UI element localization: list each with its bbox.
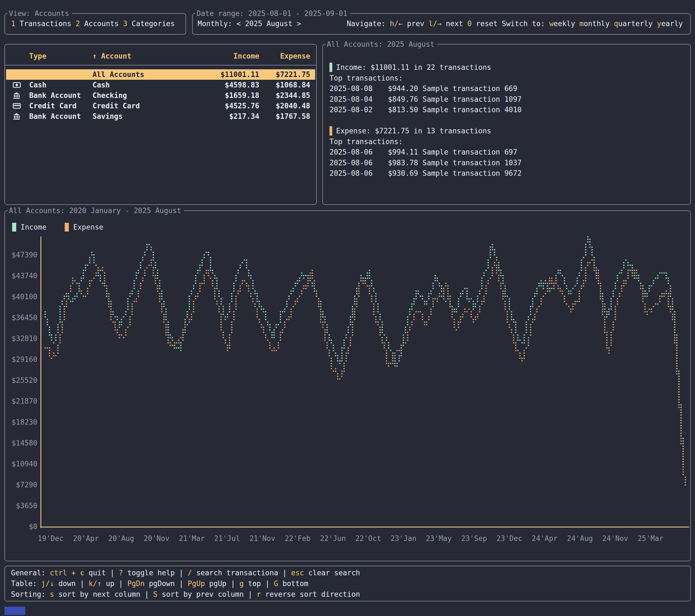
transaction-date: 2025-08-06 [329, 158, 377, 168]
cell-type: Credit Card [29, 101, 92, 111]
date-range-title: Date range: 2025-08-01 - 2025-09-01 [196, 8, 350, 19]
transaction-date: 2025-08-04 [329, 94, 377, 105]
help-text: up | [102, 579, 128, 588]
table-row[interactable]: Credit CardCredit Card$4525.76$2040.48 [6, 101, 315, 111]
x-axis-label: 21'Mar [174, 533, 210, 544]
column-header-income[interactable]: Income [193, 50, 259, 62]
period-selector: Monthly: < 2025 August > [198, 18, 301, 29]
tab-accounts[interactable]: 2 Accounts [76, 19, 123, 28]
tab-label: Transactions [15, 19, 76, 28]
y-axis-label: $29160 [5, 354, 37, 365]
chart-canvas [5, 211, 690, 561]
help-text: sort by prev column | [157, 590, 256, 598]
chart-panel: All Accounts: 2020 January - 2025 August… [4, 210, 691, 561]
help-text: pgUp | [205, 579, 239, 588]
navigate-key: q [614, 19, 618, 28]
navigate-text: uarterly [618, 19, 657, 28]
transaction-row: 2025-08-06$983.78Sample transaction 1037 [329, 158, 690, 168]
help-text: clear search [304, 569, 360, 577]
header-separator [5, 65, 316, 66]
help-key: esc [291, 569, 304, 577]
date-range-box: Date range: 2025-08-01 - 2025-09-01 Mont… [192, 13, 691, 35]
help-text: quit | [84, 569, 119, 577]
help-text: toggle help | [123, 569, 188, 577]
x-axis-label: 24'Apr [527, 533, 563, 544]
legend-income: Income [12, 222, 47, 232]
transaction-desc: Sample transaction 697 [423, 148, 517, 156]
transaction-amount: $944.20 [377, 83, 418, 94]
next-period-button[interactable]: > [297, 19, 301, 28]
x-axis-label: 23'May [421, 533, 457, 544]
column-header-expense[interactable]: Expense [259, 50, 310, 62]
cell-expense: $7221.75 [259, 69, 310, 80]
terminal-screen: View: Accounts 1 Transactions 2 Accounts… [0, 0, 695, 616]
period-mode-label: Monthly: [198, 19, 236, 28]
y-axis-label: $7290 [5, 480, 37, 490]
x-axis-label: 19'Dec [33, 533, 69, 544]
help-key: PgUp [188, 579, 205, 588]
cell-type: Cash [29, 80, 92, 90]
navigate-help: Navigate: h/← prev l/→ next 0 reset Swit… [347, 18, 683, 29]
cell-type: Bank Account [29, 111, 92, 122]
help-text: Sorting: [11, 590, 50, 598]
tab-key: 1 [11, 19, 15, 28]
cell-expense: $1068.84 [259, 80, 310, 90]
cell-expense: $2040.48 [259, 101, 310, 111]
help-key: G [274, 579, 278, 588]
x-axis-label: 23'Jan [386, 533, 421, 544]
help-key: s [50, 590, 54, 598]
summary-title: All Accounts: 2025 August [326, 38, 437, 50]
transaction-date: 2025-08-02 [329, 105, 377, 115]
help-text: bottom [278, 579, 308, 588]
x-axis-label: 22'Jun [315, 533, 351, 544]
navigate-text: eekly [554, 19, 579, 28]
y-axis-label: $21870 [5, 396, 37, 406]
tab-transactions[interactable]: 1 Transactions [11, 19, 76, 28]
tab-categories[interactable]: 3 Categories [123, 19, 175, 28]
help-key: ? [119, 569, 123, 577]
transaction-amount: $813.50 [377, 105, 418, 115]
transaction-amount: $930.69 [377, 168, 418, 179]
prev-period-button[interactable]: < [236, 19, 241, 28]
transaction-amount: $849.76 [377, 94, 418, 105]
transaction-date: 2025-08-06 [329, 147, 377, 158]
y-axis-label: $32810 [5, 333, 37, 344]
table-row[interactable]: All Accounts$11001.11$7221.75 [6, 69, 315, 80]
cell-account: All Accounts [92, 69, 193, 80]
bank-icon [13, 92, 29, 99]
current-period-label: 2025 August [241, 19, 297, 28]
x-axis-label: 24'Nov [597, 533, 633, 544]
top-transactions-label: Top transactions: [329, 138, 403, 146]
help-key: g [239, 579, 244, 588]
help-text: sort by next column | [54, 590, 153, 598]
summary-headline: Income: $11001.11 in 22 transactions [336, 63, 491, 71]
cell-expense: $2344.85 [259, 90, 310, 101]
transaction-desc: Sample transaction 669 [423, 84, 517, 93]
column-header-account[interactable]: ↑ Account [92, 50, 193, 62]
table-row[interactable]: Bank AccountSavings$217.34$1767.58 [6, 111, 315, 122]
help-text: search transactiona | [192, 569, 291, 577]
help-text: reverse sort direction [261, 590, 360, 598]
y-axis-label: $0 [5, 522, 37, 532]
transaction-desc: Sample transaction 4010 [423, 106, 522, 114]
column-header-type[interactable]: Type [29, 50, 92, 62]
expense-marker [329, 126, 332, 136]
accounts-table: Type↑ AccountIncomeExpenseAll Accounts$1… [5, 45, 316, 122]
table-row[interactable]: CashCash$4598.83$1068.84 [6, 80, 315, 90]
y-axis-label: $43740 [5, 270, 37, 281]
top-transactions-label: Top transactions: [329, 74, 403, 82]
help-key: j/↓ [41, 579, 54, 588]
legend-label: Income [21, 222, 47, 232]
cell-income: $217.34 [193, 111, 259, 122]
cell-account: Credit Card [92, 101, 193, 111]
cell-expense: $1767.58 [259, 111, 310, 122]
help-key: / [188, 569, 192, 577]
navigate-text: next [441, 19, 468, 28]
income-swatch [12, 223, 16, 231]
summary-panel: All Accounts: 2025 August Income: $11001… [322, 44, 691, 205]
y-axis-line [40, 236, 41, 528]
navigate-key: m [579, 19, 584, 28]
x-axis-label: 22'Oct [350, 533, 386, 544]
legend-label: Expense [73, 222, 103, 232]
table-row[interactable]: Bank AccountChecking$1659.18$2344.85 [6, 90, 315, 101]
